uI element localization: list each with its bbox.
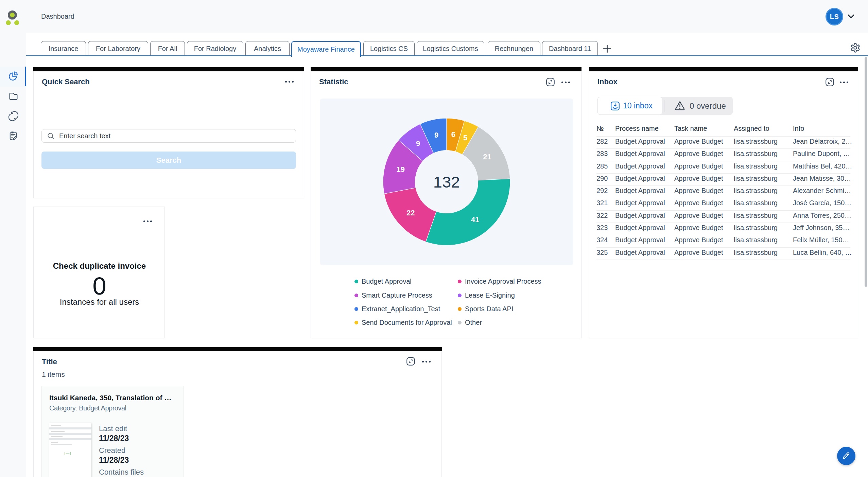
svg-text:6: 6: [451, 130, 455, 139]
svg-text:21: 21: [483, 153, 491, 161]
svg-text:9: 9: [434, 131, 438, 139]
svg-text:19: 19: [397, 165, 405, 174]
svg-text:5: 5: [463, 134, 467, 142]
svg-text:132: 132: [433, 173, 460, 191]
svg-text:9: 9: [416, 139, 420, 148]
svg-text:22: 22: [406, 209, 415, 217]
svg-text:41: 41: [471, 215, 479, 224]
